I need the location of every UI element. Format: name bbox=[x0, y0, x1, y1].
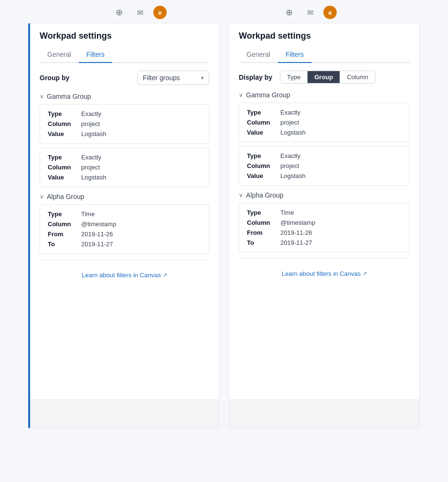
r-type-key-1: Type bbox=[247, 109, 280, 116]
r-type-key-2: Type bbox=[247, 152, 280, 159]
chevron-alpha-right: ∨ bbox=[239, 192, 243, 199]
panel-left-body: Group by Filter groups ▾ ∨ Gamma Group T… bbox=[30, 63, 219, 399]
r-type-value-1: Exactly bbox=[280, 109, 300, 116]
group-by-row: Group by Filter groups ▾ bbox=[40, 71, 209, 85]
alpha-from-row: From 2019-11-26 bbox=[48, 231, 201, 238]
type-key-1: Type bbox=[48, 110, 81, 117]
tab-filters-right[interactable]: Filters bbox=[278, 47, 311, 63]
alpha-filter-card-right: Type Time Column @timestamp From 2019-11… bbox=[239, 203, 410, 252]
alpha-filter-card-left: Type Time Column @timestamp From 2019-11… bbox=[40, 204, 209, 254]
r-alpha-from-key: From bbox=[247, 229, 280, 236]
r-alpha-type-key: Type bbox=[247, 209, 280, 216]
avatar-right[interactable]: e bbox=[323, 6, 337, 19]
alpha-group-name-right: Alpha Group bbox=[246, 191, 284, 199]
type-key-2: Type bbox=[48, 154, 81, 161]
r-column-value-2: project bbox=[280, 162, 299, 169]
avatar-left[interactable]: e bbox=[153, 6, 167, 19]
alpha-column-value: @timestamp bbox=[81, 220, 116, 228]
filter-type-row-2: Type Exactly bbox=[48, 154, 201, 161]
display-by-label: Display by bbox=[239, 73, 272, 81]
mail-icon-left[interactable]: ✉ bbox=[132, 5, 148, 20]
panel-left-tabs: General Filters bbox=[40, 47, 209, 63]
display-option-column[interactable]: Column bbox=[340, 71, 375, 83]
panel-right-body: Display by Type Group Column ∨ Gamma Gro… bbox=[229, 63, 419, 399]
filter-groups-label: Filter groups bbox=[143, 74, 180, 82]
learn-link-text-left: Learn about filters in Canvas bbox=[82, 272, 160, 279]
r-alpha-to-value: 2019-11-27 bbox=[280, 239, 312, 246]
r-column-key-2: Column bbox=[247, 162, 280, 169]
learn-link-text-right: Learn about filters in Canvas bbox=[282, 270, 361, 277]
r-extra-key-2: Value bbox=[247, 172, 280, 179]
globe-icon-left[interactable]: ⊕ bbox=[111, 5, 127, 20]
chevron-down-icon: ▾ bbox=[201, 75, 204, 81]
filter-type-row-1: Type Exactly bbox=[48, 110, 201, 117]
extra-value-1: Logstash bbox=[81, 130, 107, 137]
mail-icon-right[interactable]: ✉ bbox=[302, 5, 318, 20]
gamma-filter-card-1-right: Type Exactly Column project Value Logsta… bbox=[239, 103, 410, 142]
divider-right bbox=[239, 258, 410, 259]
learn-link-left[interactable]: Learn about filters in Canvas ↗ bbox=[40, 264, 209, 283]
panel-right-tabs: General Filters bbox=[239, 47, 410, 63]
alpha-group-name-left: Alpha Group bbox=[47, 193, 85, 200]
top-bar-right: ⊕ ✉ e bbox=[272, 5, 346, 20]
panels-container: Workpad settings General Filters Group b… bbox=[0, 23, 448, 429]
gamma-group-left: ∨ Gamma Group Type Exactly Column projec… bbox=[40, 93, 209, 187]
r-extra-value-2: Logstash bbox=[280, 172, 306, 179]
alpha-group-header-left[interactable]: ∨ Alpha Group bbox=[40, 193, 209, 200]
column-value-2: project bbox=[81, 164, 100, 171]
column-key-1: Column bbox=[48, 120, 81, 127]
tab-filters-left[interactable]: Filters bbox=[79, 47, 112, 63]
gamma-filter-card-1-left: Type Exactly Column project Value Logsta… bbox=[40, 104, 209, 144]
gamma-filter-card-2-left: Type Exactly Column project Value Logsta… bbox=[40, 147, 209, 187]
display-option-type[interactable]: Type bbox=[280, 71, 308, 83]
type-value-1: Exactly bbox=[81, 110, 101, 117]
r-alpha-to-key: To bbox=[247, 239, 280, 246]
alpha-to-key: To bbox=[48, 241, 81, 248]
tab-general-left[interactable]: General bbox=[40, 47, 79, 63]
gamma-group-name-left: Gamma Group bbox=[47, 93, 91, 100]
filter-column-row-2: Column project bbox=[48, 164, 201, 171]
external-link-icon-right: ↗ bbox=[363, 271, 367, 277]
alpha-from-value: 2019-11-26 bbox=[81, 231, 113, 238]
r-extra-value-1: Logstash bbox=[280, 129, 306, 136]
alpha-type-value: Time bbox=[81, 210, 95, 218]
filter-extra-row-2: Value Logstash bbox=[48, 174, 201, 181]
globe-icon-right[interactable]: ⊕ bbox=[281, 5, 297, 20]
panel-right: Workpad settings General Filters Display… bbox=[229, 23, 420, 429]
filter-column-row-1: Column project bbox=[48, 120, 201, 127]
panel-left: Workpad settings General Filters Group b… bbox=[28, 23, 219, 429]
panel-left-footer bbox=[30, 399, 219, 428]
panel-left-title: Workpad settings bbox=[40, 31, 209, 41]
extra-key-1: Value bbox=[48, 130, 81, 137]
chevron-gamma-right: ∨ bbox=[239, 92, 243, 98]
r-type-value-2: Exactly bbox=[280, 152, 300, 159]
display-by-options: Type Group Column bbox=[280, 71, 375, 84]
alpha-type-row: Type Time bbox=[48, 210, 201, 218]
r-column-value-1: project bbox=[280, 119, 299, 126]
type-value-2: Exactly bbox=[81, 154, 101, 161]
filter-groups-select[interactable]: Filter groups ▾ bbox=[138, 71, 209, 85]
gamma-group-name-right: Gamma Group bbox=[246, 91, 290, 99]
alpha-column-row: Column @timestamp bbox=[48, 220, 201, 228]
r-alpha-column-value: @timestamp bbox=[280, 219, 315, 226]
gamma-group-header-left[interactable]: ∨ Gamma Group bbox=[40, 93, 209, 100]
group-by-label: Group by bbox=[40, 74, 69, 82]
r-extra-key-1: Value bbox=[247, 129, 280, 136]
tab-general-right[interactable]: General bbox=[239, 47, 278, 63]
panel-right-header: Workpad settings General Filters bbox=[229, 23, 419, 63]
extra-value-2: Logstash bbox=[81, 174, 107, 181]
extra-key-2: Value bbox=[48, 174, 81, 181]
display-option-group[interactable]: Group bbox=[308, 71, 340, 83]
alpha-group-header-right[interactable]: ∨ Alpha Group bbox=[239, 191, 410, 199]
alpha-column-key: Column bbox=[48, 220, 81, 228]
column-key-2: Column bbox=[48, 164, 81, 171]
chevron-gamma-left: ∨ bbox=[40, 93, 44, 100]
gamma-group-header-right[interactable]: ∨ Gamma Group bbox=[239, 91, 410, 99]
learn-link-right[interactable]: Learn about filters in Canvas ↗ bbox=[239, 262, 410, 281]
display-by-row: Display by Type Group Column bbox=[239, 71, 410, 84]
panel-right-title: Workpad settings bbox=[239, 31, 410, 41]
divider-left bbox=[40, 260, 209, 260]
r-alpha-column-key: Column bbox=[247, 219, 280, 226]
alpha-type-key: Type bbox=[48, 210, 81, 218]
r-alpha-from-value: 2019-11-26 bbox=[280, 229, 312, 236]
